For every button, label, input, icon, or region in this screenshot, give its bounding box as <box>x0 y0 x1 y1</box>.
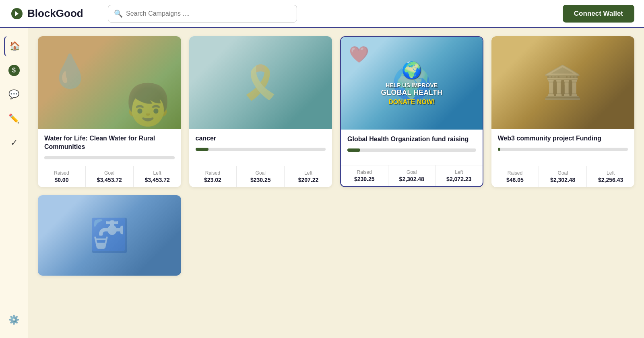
goal-label: Goal <box>88 170 131 176</box>
sidebar-bottom: ⚙️ <box>4 310 24 338</box>
card-footer-cancer: Raised $23.02 Goal $230.25 Left $207.22 <box>189 166 332 187</box>
settings-icon: ⚙️ <box>8 315 19 325</box>
raised-value-cancer: $23.02 <box>192 177 234 183</box>
card-footer-web3: Raised $46.05 Goal $2,302.48 Left $2,256… <box>491 166 635 187</box>
card-body-cancer: cancer <box>189 129 332 161</box>
card-body-global-health: Global Health Organization fund raising <box>341 130 483 160</box>
raised-label-2: Raised <box>192 170 234 176</box>
dollar-icon: $ <box>8 65 20 76</box>
edit-icon: ✏️ <box>8 113 19 124</box>
home-icon: 🏠 <box>9 41 20 52</box>
campaign-card-global-health: 🌍 HELP US IMPROVE GLOBAL HEALTH DONATE N… <box>340 36 483 187</box>
goal-value-web3: $2,302.48 <box>541 177 584 183</box>
main-layout: 🏠 $ 💬 ✏️ ✓ ⚙️ Water for Life: Clean Wat <box>0 28 644 338</box>
stat-raised-water-for-life: Raised $0.00 <box>38 166 86 187</box>
stat-goal-global-health: Goal $2,302.48 <box>388 165 436 186</box>
raised-value-water-for-life: $0.00 <box>40 177 83 183</box>
stat-left-water-for-life: Left $3,453.72 <box>134 166 181 187</box>
raised-label-3: Raised <box>343 169 386 175</box>
search-input[interactable] <box>126 10 291 17</box>
progress-bar-bg-water-for-life <box>44 156 175 159</box>
sidebar: 🏠 $ 💬 ✏️ ✓ ⚙️ <box>0 28 28 338</box>
campaign-card-water-for-life: Water for Life: Clean Water for Rural Co… <box>38 36 181 187</box>
card-image-cancer <box>189 36 332 129</box>
left-value-cancer: $207.22 <box>287 177 330 183</box>
progress-bar-fill-web3 <box>498 148 500 151</box>
check-icon: ✓ <box>10 138 18 148</box>
content-area: Water for Life: Clean Water for Rural Co… <box>28 28 644 338</box>
campaign-card-web3: Web3 community project Funding Raised $4… <box>491 36 635 187</box>
goal-value-cancer: $230.25 <box>239 177 282 183</box>
card-title-water-for-life: Water for Life: Clean Water for Rural Co… <box>44 134 175 151</box>
logo-text: BlockGood <box>27 7 83 20</box>
campaign-card-cancer: cancer Raised $23.02 Goal $230.25 <box>189 36 332 187</box>
card-image-web3 <box>491 36 635 129</box>
progress-bar-bg-web3 <box>498 148 628 151</box>
logo-icon <box>10 6 24 21</box>
sidebar-item-settings[interactable]: ⚙️ <box>4 310 24 330</box>
stat-goal-web3: Goal $2,302.48 <box>539 166 587 187</box>
progress-bar-fill-cancer <box>196 148 208 151</box>
stat-raised-global-health: Raised $230.25 <box>341 165 388 186</box>
stat-goal-water-for-life: Goal $3,453.72 <box>86 166 134 187</box>
campaign-card-water2 <box>38 195 181 276</box>
progress-bar-fill-global-health <box>347 148 360 152</box>
left-value-water-for-life: $3,453.72 <box>136 177 179 183</box>
card-image-global-health: 🌍 HELP US IMPROVE GLOBAL HEALTH DONATE N… <box>341 37 483 130</box>
search-icon: 🔍 <box>114 9 123 18</box>
left-label-4: Left <box>589 170 632 176</box>
card-body-water-for-life: Water for Life: Clean Water for Rural Co… <box>38 129 181 161</box>
raised-value-global-health: $230.25 <box>343 176 386 182</box>
sidebar-item-edit[interactable]: ✏️ <box>4 109 24 129</box>
stat-goal-cancer: Goal $230.25 <box>237 166 285 187</box>
goal-label-3: Goal <box>391 169 433 175</box>
stat-left-web3: Left $2,256.43 <box>587 166 634 187</box>
progress-bar-bg-global-health <box>347 148 476 152</box>
chat-icon: 💬 <box>8 89 19 100</box>
goal-value-water-for-life: $3,453.72 <box>88 177 131 183</box>
left-value-web3: $2,256.43 <box>589 177 632 183</box>
card-image-water-for-life <box>38 36 181 129</box>
card-title-web3: Web3 community project Funding <box>498 134 628 143</box>
progress-bar-bg-cancer <box>196 148 326 151</box>
card-footer-global-health: Raised $230.25 Goal $2,302.48 Left $2,07… <box>341 165 483 186</box>
raised-value-web3: $46.05 <box>494 177 537 183</box>
sidebar-item-messages[interactable]: 💬 <box>4 84 24 105</box>
sidebar-item-check[interactable]: ✓ <box>4 133 24 153</box>
left-label-3: Left <box>438 169 480 175</box>
topbar: BlockGood 🔍 Connect Wallet <box>0 0 644 28</box>
connect-wallet-button[interactable]: Connect Wallet <box>563 5 634 23</box>
left-value-global-health: $2,072.23 <box>438 176 480 182</box>
search-bar[interactable]: 🔍 <box>108 5 297 23</box>
sidebar-item-home[interactable]: 🏠 <box>4 36 24 56</box>
raised-label: Raised <box>40 170 83 176</box>
logo-area: BlockGood <box>10 6 98 21</box>
campaign-grid: Water for Life: Clean Water for Rural Co… <box>38 36 634 276</box>
card-image-water2 <box>38 195 181 276</box>
goal-label-2: Goal <box>239 170 282 176</box>
card-title-cancer: cancer <box>196 134 326 143</box>
card-title-global-health: Global Health Organization fund raising <box>347 135 476 144</box>
card-footer-water-for-life: Raised $0.00 Goal $3,453.72 Left $3,453.… <box>38 166 181 187</box>
stat-left-global-health: Left $2,072.23 <box>436 165 483 186</box>
left-label: Left <box>136 170 179 176</box>
raised-label-4: Raised <box>494 170 537 176</box>
sidebar-item-finance[interactable]: $ <box>4 60 24 80</box>
stat-left-cancer: Left $207.22 <box>285 166 332 187</box>
card-body-web3: Web3 community project Funding <box>491 129 635 161</box>
goal-label-4: Goal <box>541 170 584 176</box>
stat-raised-cancer: Raised $23.02 <box>189 166 237 187</box>
stat-raised-web3: Raised $46.05 <box>491 166 539 187</box>
goal-value-global-health: $2,302.48 <box>391 176 433 182</box>
left-label-2: Left <box>287 170 330 176</box>
